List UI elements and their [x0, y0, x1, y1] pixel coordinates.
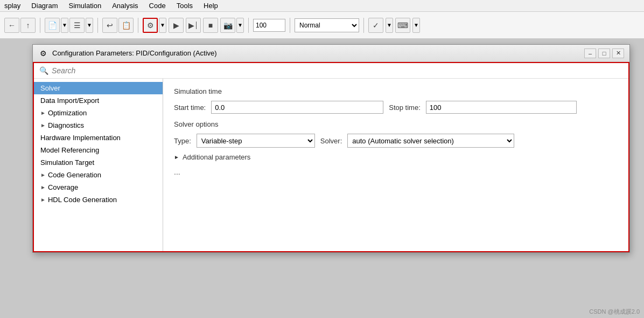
additional-params-row[interactable]: ► Additional parameters — [174, 153, 618, 161]
play-button[interactable]: ▶ — [169, 18, 184, 33]
sidebar-item-simulation-target[interactable]: Simulation Target — [34, 156, 163, 169]
start-time-input[interactable] — [211, 101, 383, 114]
optimization-label: Optimization — [48, 109, 87, 117]
hdl-code-generation-label: HDL Code Generation — [48, 196, 117, 204]
type-select[interactable]: Variable-step Fixed-step — [197, 134, 315, 148]
solver-label: Solver: — [320, 137, 342, 145]
dialog-title: Configuration Parameters: PID/Configurat… — [52, 49, 584, 57]
back-button[interactable]: ← — [4, 18, 19, 33]
screenshot-dropdown-arrow[interactable]: ▼ — [236, 18, 244, 33]
ellipsis-row: ... — [174, 168, 618, 176]
additional-params-expand-icon: ► — [174, 154, 179, 160]
list-dropdown-arrow[interactable]: ▼ — [86, 18, 93, 33]
diagnostics-expand-icon: ► — [40, 122, 46, 128]
separator-5 — [290, 18, 290, 33]
diagnostics-label: Diagnostics — [48, 121, 84, 129]
stop-time-input[interactable] — [426, 101, 577, 114]
separator-2 — [97, 18, 98, 33]
solver-options-row: Type: Variable-step Fixed-step Solver: a… — [174, 134, 618, 148]
toolbar: ← ↑ 📄 ▼ ☰ ▼ ↩ 📋 ⚙ ▼ ▶ ▶⏐ ■ 📷 ▼ Normal Ac… — [0, 12, 644, 39]
solver-label: Solver — [40, 84, 60, 92]
stop-button[interactable]: ■ — [203, 18, 218, 33]
type-label: Type: — [174, 137, 191, 145]
separator-6 — [363, 18, 364, 33]
sidebar-item-diagnostics[interactable]: ► Diagnostics — [34, 119, 163, 132]
keyboard-dropdown-arrow[interactable]: ▼ — [412, 18, 420, 33]
check-button[interactable]: ✓ — [368, 18, 383, 33]
sidebar-item-hardware-implementation[interactable]: Hardware Implementation — [34, 132, 163, 144]
separator-3 — [138, 18, 138, 33]
simulation-time-header: Simulation time — [174, 87, 618, 95]
code-generation-expand-icon: ► — [40, 172, 46, 178]
hdl-code-generation-expand-icon: ► — [40, 197, 46, 203]
menu-tools[interactable]: Tools — [174, 1, 195, 11]
dialog-body: Solver Data Import/Export ► Optimization… — [34, 79, 628, 251]
file-icon[interactable]: 📄 — [45, 18, 60, 33]
stop-time-label: Stop time: — [389, 103, 421, 112]
solver-panel: Simulation time Start time: Stop time: S… — [163, 79, 628, 251]
keyboard-button[interactable]: ⌨ — [395, 18, 410, 33]
dialog-icon: ⚙ — [38, 49, 48, 58]
start-time-label: Start time: — [174, 103, 206, 112]
sidebar: Solver Data Import/Export ► Optimization… — [34, 79, 163, 251]
sidebar-item-coverage[interactable]: ► Coverage — [34, 181, 163, 193]
undo-button[interactable]: ↩ — [102, 18, 117, 33]
menu-help[interactable]: Help — [201, 1, 220, 11]
dialog-titlebar: ⚙ Configuration Parameters: PID/Configur… — [33, 45, 629, 62]
dialog-controls: – □ ✕ — [584, 49, 624, 58]
search-input[interactable] — [52, 66, 623, 75]
separator-4 — [248, 18, 249, 33]
data-import-export-label: Data Import/Export — [40, 96, 99, 105]
settings-gear-button[interactable]: ⚙ — [143, 18, 158, 33]
time-input[interactable] — [253, 19, 285, 32]
menu-splay[interactable]: splay — [2, 1, 23, 11]
list-icon[interactable]: ☰ — [69, 18, 85, 33]
watermark: CSDN @桃成蹊2.0 — [589, 308, 640, 316]
menu-analysis[interactable]: Analysis — [110, 1, 140, 11]
sidebar-item-hdl-code-generation[interactable]: ► HDL Code Generation — [34, 193, 163, 206]
search-icon: 🔍 — [39, 66, 48, 75]
separator-1 — [40, 18, 40, 33]
coverage-expand-icon: ► — [40, 184, 46, 190]
solver-select[interactable]: auto (Automatic solver selection) ode45 … — [347, 134, 514, 148]
mode-select[interactable]: Normal Accelerator — [295, 18, 359, 32]
model-referencing-label: Model Referencing — [40, 146, 99, 154]
up-button[interactable]: ↑ — [20, 18, 36, 33]
config-dialog: ⚙ Configuration Parameters: PID/Configur… — [32, 44, 630, 253]
sidebar-item-code-generation[interactable]: ► Code Generation — [34, 169, 163, 181]
simulation-target-label: Simulation Target — [40, 158, 94, 167]
file-dropdown-arrow[interactable]: ▼ — [61, 18, 68, 33]
dialog-content-border: 🔍 Solver Data Import/Export ► Optimizati… — [33, 62, 629, 252]
check-dropdown-arrow[interactable]: ▼ — [386, 18, 393, 33]
minimize-button[interactable]: – — [584, 49, 596, 58]
solver-options-header: Solver options — [174, 120, 618, 128]
sidebar-item-data-import-export[interactable]: Data Import/Export — [34, 94, 163, 107]
search-bar: 🔍 — [34, 63, 628, 79]
menu-simulation[interactable]: Simulation — [66, 1, 103, 11]
settings-dropdown-arrow[interactable]: ▼ — [159, 18, 166, 33]
menu-diagram[interactable]: Diagram — [29, 1, 60, 11]
paste-button[interactable]: 📋 — [118, 18, 134, 33]
code-generation-label: Code Generation — [48, 171, 101, 179]
gear-icon: ⚙ — [147, 21, 154, 30]
menubar: splay Diagram Simulation Analysis Code T… — [0, 0, 644, 12]
sidebar-item-solver[interactable]: Solver — [34, 82, 163, 94]
app-area: ⚙ Configuration Parameters: PID/Configur… — [0, 39, 644, 318]
additional-params-label: Additional parameters — [183, 153, 250, 161]
close-button[interactable]: ✕ — [612, 49, 624, 58]
coverage-label: Coverage — [48, 183, 78, 191]
menu-code[interactable]: Code — [147, 1, 168, 11]
screenshot-button[interactable]: 📷 — [220, 18, 235, 33]
step-forward-button[interactable]: ▶⏐ — [186, 18, 201, 33]
maximize-button[interactable]: □ — [598, 49, 610, 58]
time-row: Start time: Stop time: — [174, 101, 618, 114]
hardware-implementation-label: Hardware Implementation — [40, 134, 121, 142]
sidebar-item-optimization[interactable]: ► Optimization — [34, 107, 163, 119]
sidebar-item-model-referencing[interactable]: Model Referencing — [34, 144, 163, 156]
optimization-expand-icon: ► — [40, 110, 46, 116]
